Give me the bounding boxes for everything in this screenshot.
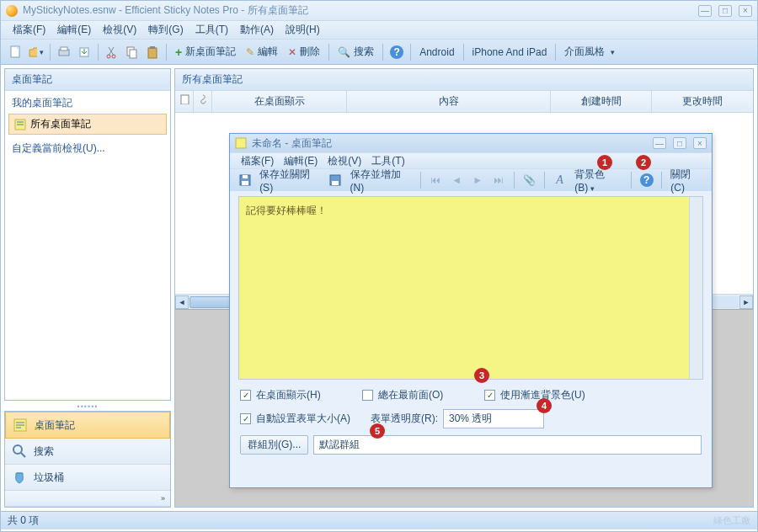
close-dialog-button[interactable]: 關閉(C) (667, 166, 707, 195)
col-desktop[interactable]: 在桌面顯示 (212, 91, 347, 112)
menu-file[interactable]: 檔案(F) (8, 21, 51, 39)
nav-label: 桌面筆記 (35, 418, 75, 433)
label-show-desktop: 在桌面顯示(H) (256, 388, 357, 402)
window-title: MyStickyNotes.esnw - Efficient Sticky No… (23, 3, 698, 18)
dialog-menu-view[interactable]: 檢視(V) (323, 153, 366, 169)
custom-view-link[interactable]: 自定義當前檢視(U)... (8, 136, 167, 157)
nav-label: 搜索 (34, 444, 54, 459)
import-icon[interactable] (76, 44, 93, 61)
nav-collapse[interactable]: » (5, 491, 170, 507)
checkbox-show-desktop[interactable]: ✓ (240, 390, 251, 401)
badge-5: 5 (370, 423, 385, 439)
paste-icon[interactable] (144, 44, 161, 61)
edit-button[interactable]: ✎編輯 (241, 43, 283, 61)
note-editor-dialog: 未命名 - 桌面筆記 — □ × 檔案(F) 編輯(E) 檢視(V) 工具(T)… (229, 133, 713, 488)
svg-rect-13 (181, 95, 189, 104)
nav-label: 垃圾桶 (34, 471, 64, 485)
label-autosize: 自動設置表單大小(A) (256, 412, 366, 426)
note-icon (14, 119, 26, 130)
tree-item-all-notes[interactable]: 所有桌面筆記 (8, 114, 167, 135)
help-dialog-icon[interactable]: ? (638, 172, 654, 189)
iphone-button[interactable]: iPhone And iPad (467, 45, 552, 60)
minimize-button[interactable]: — (698, 5, 712, 17)
note-vscrollbar[interactable] (689, 197, 702, 379)
dialog-minimize-button[interactable]: — (653, 137, 666, 149)
search-button[interactable]: 🔍搜索 (333, 43, 379, 61)
cut-icon[interactable] (104, 44, 120, 61)
group-field[interactable]: 默認群組 (313, 435, 702, 455)
nav-trash[interactable]: 垃圾桶 (5, 465, 170, 491)
nav-notes[interactable]: 桌面筆記 (5, 412, 170, 439)
window-titlebar: MyStickyNotes.esnw - Efficient Sticky No… (1, 1, 757, 21)
dialog-menu-tools[interactable]: 工具(T) (367, 153, 408, 169)
save-add-button[interactable]: 保存並增加(N) (347, 166, 415, 195)
dialog-title: 未命名 - 桌面筆記 (252, 136, 653, 151)
save-icon[interactable] (237, 172, 253, 189)
menu-help[interactable]: 說明(H) (280, 21, 325, 39)
chevron-icon: » (161, 494, 165, 503)
toolbar: +新桌面筆記 ✎編輯 ✕刪除 🔍搜索 ? Android iPhone And … (1, 40, 757, 65)
nav-first-icon[interactable]: ⏮ (428, 172, 444, 189)
opacity-field[interactable]: 30% 透明 (443, 409, 544, 428)
close-button[interactable]: × (739, 5, 752, 17)
android-button[interactable]: Android (414, 45, 459, 60)
scroll-right-icon[interactable]: ► (739, 295, 753, 309)
font-icon[interactable]: A (552, 172, 568, 189)
nav-prev-icon[interactable]: ◄ (449, 172, 465, 189)
svg-rect-7 (130, 50, 136, 58)
dialog-close-button[interactable]: × (693, 137, 707, 149)
menu-tools[interactable]: 工具(T) (190, 21, 233, 39)
attach-icon[interactable]: 📎 (521, 172, 537, 189)
note-textarea[interactable]: 記得要好棒棒喔！ (238, 196, 703, 380)
checkbox-autosize[interactable]: ✓ (240, 413, 251, 424)
badge-1: 1 (597, 155, 612, 170)
copy-icon[interactable] (124, 44, 141, 61)
note-content: 記得要好棒棒喔！ (246, 205, 327, 216)
menu-goto[interactable]: 轉到(G) (143, 21, 188, 39)
dialog-toolbar: 保存並關閉(S) 保存並增加(N) ⏮ ◄ ► ⏭ 📎 A 背景色(B) ? 關… (230, 169, 712, 191)
dialog-menubar: 檔案(F) 編輯(E) 檢視(V) 工具(T) 1 2 (230, 152, 712, 169)
svg-rect-8 (148, 48, 157, 58)
nav-search[interactable]: 搜索 (5, 439, 170, 465)
new-doc-icon[interactable] (8, 44, 24, 61)
status-count: 共 0 項 (8, 513, 39, 528)
col-modified[interactable]: 更改時間 (652, 91, 753, 112)
right-pane-header: 所有桌面筆記 (175, 69, 753, 91)
checkbox-always-top[interactable] (362, 390, 373, 401)
col-created[interactable]: 創建時間 (551, 91, 652, 112)
col-icon1[interactable] (175, 91, 194, 112)
svg-rect-9 (150, 46, 155, 49)
checkbox-gradient[interactable]: ✓ (484, 390, 495, 401)
badge-2: 2 (636, 155, 651, 170)
style-button[interactable]: 介面風格 (559, 43, 620, 61)
splitter-dots[interactable]: •••••• (4, 402, 171, 411)
dialog-menu-file[interactable]: 檔案(F) (237, 153, 278, 169)
nav-next-icon[interactable]: ► (470, 172, 486, 189)
dialog-menu-edit[interactable]: 編輯(E) (280, 153, 322, 169)
tree-item-label: 所有桌面筆記 (30, 117, 91, 131)
maximize-button[interactable]: □ (718, 5, 732, 17)
print-icon[interactable] (56, 44, 72, 61)
bgcolor-button[interactable]: 背景色(B) (571, 166, 626, 195)
menu-edit[interactable]: 編輯(E) (52, 21, 96, 39)
col-content[interactable]: 內容 (347, 91, 551, 112)
svg-rect-19 (332, 181, 339, 185)
menu-view[interactable]: 檢視(V) (98, 21, 141, 39)
svg-point-12 (13, 445, 22, 454)
new-note-button[interactable]: +新桌面筆記 (170, 43, 241, 61)
help-icon[interactable]: ? (388, 44, 405, 61)
svg-rect-14 (236, 138, 246, 148)
group-button[interactable]: 群組別(G)... (240, 435, 308, 455)
nav-last-icon[interactable]: ⏭ (491, 172, 507, 189)
dialog-titlebar: 未命名 - 桌面筆記 — □ × (230, 134, 712, 152)
svg-rect-2 (61, 47, 67, 51)
trash-nav-icon (12, 470, 27, 485)
col-icon2[interactable] (194, 91, 212, 112)
save-close-button[interactable]: 保存並關閉(S) (256, 166, 323, 195)
save-add-icon[interactable] (327, 172, 343, 189)
dialog-maximize-button[interactable]: □ (673, 137, 686, 149)
scroll-left-icon[interactable]: ◄ (175, 295, 189, 309)
delete-button[interactable]: ✕刪除 (283, 43, 325, 61)
open-icon[interactable] (28, 44, 45, 61)
menu-action[interactable]: 動作(A) (235, 21, 279, 39)
